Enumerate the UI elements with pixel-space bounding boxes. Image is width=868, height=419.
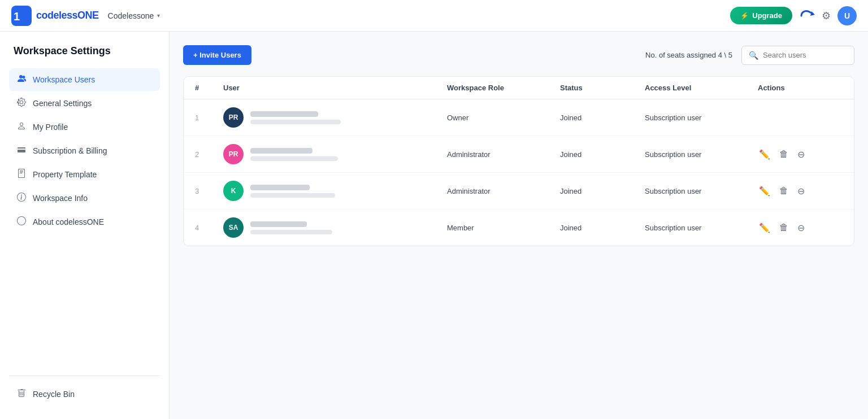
row-num: 1 <box>195 114 223 122</box>
user-email-bar <box>250 193 335 198</box>
user-name-bar <box>250 111 318 117</box>
user-cell: PR <box>223 107 447 128</box>
user-avatar: PR <box>223 144 244 164</box>
user-info <box>250 221 332 234</box>
actions-cell: ✏️ 🗑 ⊖ <box>758 185 843 198</box>
table-row: 4 SA Member Joined Subscription user ✏️ … <box>184 210 854 246</box>
settings-icon-button[interactable]: ⚙ <box>822 10 831 22</box>
access-cell: Subscription user <box>645 114 758 122</box>
user-avatar: SA <box>223 217 244 238</box>
sidebar-label-workspace-info: Workspace Info <box>33 194 88 203</box>
sidebar-label-general-settings: General Settings <box>33 99 92 108</box>
row-num: 2 <box>195 150 223 159</box>
nav-right: Upgrade ⚙ U <box>730 6 857 25</box>
role-cell: Owner <box>447 114 560 122</box>
user-info <box>250 111 341 124</box>
user-info <box>250 148 338 161</box>
content-header: + Invite Users No. of seats assigned 4 \… <box>183 45 854 65</box>
delete-button[interactable]: 🗑 <box>778 185 789 197</box>
sidebar-item-workspace-info[interactable]: Workspace Info <box>9 187 160 210</box>
table-row: 2 PR Administrator Joined Subscription u… <box>184 136 854 173</box>
user-email-bar <box>250 156 338 161</box>
row-num: 4 <box>195 224 223 232</box>
remove-button[interactable]: ⊖ <box>796 185 806 198</box>
sidebar-title: Workspace Settings <box>9 45 160 57</box>
access-cell: Subscription user <box>645 150 758 159</box>
role-cell: Administrator <box>447 150 560 159</box>
sidebar-label-subscription-billing: Subscription & Billing <box>33 146 107 155</box>
sidebar-bottom: Recycle Bin <box>9 376 160 405</box>
sidebar-item-workspace-users[interactable]: Workspace Users <box>9 68 160 91</box>
col-user: User <box>223 84 447 92</box>
table-row: 1 PR Owner Joined Subscription user <box>184 99 854 136</box>
user-info <box>250 185 335 198</box>
user-email-bar <box>250 120 341 124</box>
sidebar-label-property-template: Property Template <box>33 170 97 179</box>
col-actions: Actions <box>758 84 843 92</box>
actions-cell: ✏️ 🗑 ⊖ <box>758 148 843 161</box>
logo-icon: 1 <box>11 6 32 26</box>
sidebar-label-workspace-users: Workspace Users <box>33 75 95 84</box>
sidebar-label-recycle-bin: Recycle Bin <box>33 390 75 399</box>
remove-button[interactable]: ⊖ <box>796 221 806 234</box>
sidebar-item-property-template[interactable]: Property Template <box>9 163 160 186</box>
user-cell: K <box>223 181 447 201</box>
user-name-bar <box>250 148 313 154</box>
upgrade-button[interactable]: Upgrade <box>730 7 792 24</box>
status-cell: Joined <box>560 114 645 122</box>
sidebar-nav: Workspace Users General Settings My Prof… <box>9 68 160 371</box>
sidebar: Workspace Settings Workspace Users Gener… <box>0 32 170 419</box>
actions-cell: ✏️ 🗑 ⊖ <box>758 221 843 234</box>
access-cell: Subscription user <box>645 224 758 232</box>
sidebar-item-about-codelessone[interactable]: About codelessONE <box>9 211 160 233</box>
content-area: + Invite Users No. of seats assigned 4 \… <box>170 32 868 419</box>
remove-button[interactable]: ⊖ <box>796 148 806 161</box>
row-num: 3 <box>195 187 223 195</box>
sidebar-item-recycle-bin[interactable]: Recycle Bin <box>9 383 160 405</box>
svg-text:1: 1 <box>14 10 20 23</box>
workspace-name: Codelessone <box>108 11 154 20</box>
user-avatar-button[interactable]: U <box>837 6 857 25</box>
chevron-down-icon: ▾ <box>157 12 160 19</box>
users-table: # User Workspace Role Status Access Leve… <box>183 76 854 246</box>
sidebar-icon-my-profile <box>16 121 27 133</box>
sidebar-icon-general-settings <box>16 98 27 109</box>
status-cell: Joined <box>560 150 645 159</box>
sidebar-item-subscription-billing[interactable]: Subscription & Billing <box>9 139 160 162</box>
user-name-bar <box>250 185 310 190</box>
main-layout: Workspace Settings Workspace Users Gener… <box>0 32 868 419</box>
sidebar-icon-about-codelessone <box>16 216 27 228</box>
user-avatar-initial: U <box>844 11 850 20</box>
col-access: Access Level <box>645 84 758 92</box>
table-body: 1 PR Owner Joined Subscription user 2 PR <box>184 99 854 246</box>
delete-button[interactable]: 🗑 <box>778 221 789 234</box>
status-cell: Joined <box>560 224 645 232</box>
workspace-selector[interactable]: Codelessone ▾ <box>108 11 160 20</box>
search-input[interactable] <box>763 51 847 59</box>
sidebar-item-my-profile[interactable]: My Profile <box>9 116 160 138</box>
access-cell: Subscription user <box>645 187 758 195</box>
sidebar-icon-property-template <box>16 169 27 180</box>
delete-button[interactable]: 🗑 <box>778 148 789 160</box>
user-avatar: K <box>223 181 244 201</box>
edit-button[interactable]: ✏️ <box>758 185 771 198</box>
user-avatar: PR <box>223 107 244 128</box>
user-email-bar <box>250 230 332 234</box>
status-cell: Joined <box>560 187 645 195</box>
role-cell: Administrator <box>447 187 560 195</box>
col-num: # <box>195 84 223 92</box>
arrow-icon <box>799 8 815 24</box>
invite-users-button[interactable]: + Invite Users <box>183 45 251 65</box>
edit-button[interactable]: ✏️ <box>758 221 771 234</box>
user-cell: SA <box>223 217 447 238</box>
sidebar-item-general-settings[interactable]: General Settings <box>9 92 160 115</box>
table-row: 3 K Administrator Joined Subscription us… <box>184 173 854 210</box>
sidebar-icon-subscription-billing <box>16 145 27 156</box>
table-header: # User Workspace Role Status Access Leve… <box>184 77 854 99</box>
edit-button[interactable]: ✏️ <box>758 148 771 161</box>
sidebar-icon-workspace-users <box>16 74 27 85</box>
seats-info: No. of seats assigned 4 \ 5 <box>645 51 732 59</box>
sidebar-icon-recycle-bin <box>16 389 27 400</box>
sidebar-label-about-codelessone: About codelessONE <box>33 217 104 226</box>
search-icon: 🔍 <box>749 51 758 60</box>
